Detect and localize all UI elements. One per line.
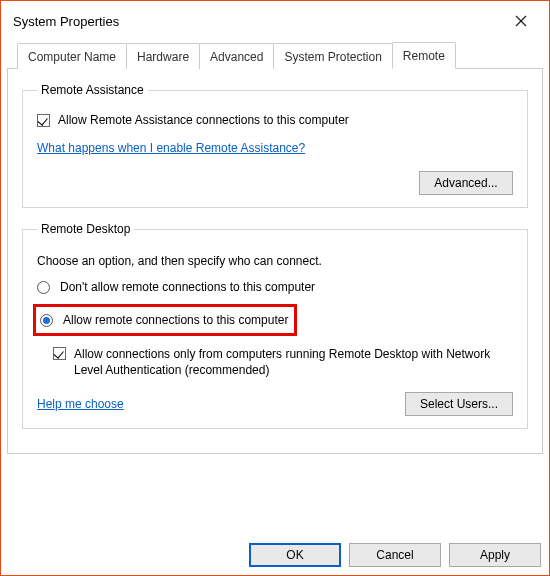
close-button[interactable] [501, 9, 541, 33]
remote-desktop-help-link[interactable]: Help me choose [37, 397, 124, 411]
allow-remote-assistance-label: Allow Remote Assistance connections to t… [58, 113, 349, 127]
nla-row[interactable]: Allow connections only from computers ru… [53, 346, 513, 378]
tab-remote[interactable]: Remote [392, 42, 456, 69]
select-users-button[interactable]: Select Users... [405, 392, 513, 416]
cancel-button[interactable]: Cancel [349, 543, 441, 567]
ok-button[interactable]: OK [249, 543, 341, 567]
tab-hardware[interactable]: Hardware [126, 43, 200, 69]
radio-allow[interactable] [40, 314, 53, 327]
allow-remote-assistance-checkbox[interactable] [37, 114, 50, 127]
radio-disallow-row[interactable]: Don't allow remote connections to this c… [37, 280, 513, 294]
nla-label: Allow connections only from computers ru… [74, 346, 513, 378]
radio-allow-highlight: Allow remote connections to this compute… [33, 304, 297, 336]
radio-disallow-label: Don't allow remote connections to this c… [60, 280, 315, 294]
radio-allow-label: Allow remote connections to this compute… [63, 313, 288, 327]
tab-advanced[interactable]: Advanced [199, 43, 274, 69]
tab-computer-name[interactable]: Computer Name [17, 43, 127, 69]
window-title: System Properties [13, 14, 119, 29]
remote-assistance-group: Remote Assistance Allow Remote Assistanc… [22, 83, 528, 208]
dialog-footer: OK Cancel Apply [249, 543, 541, 567]
title-bar: System Properties [1, 1, 549, 41]
remote-desktop-legend: Remote Desktop [37, 222, 134, 236]
remote-desktop-instruction: Choose an option, and then specify who c… [37, 254, 513, 268]
remote-desktop-group: Remote Desktop Choose an option, and the… [22, 222, 528, 429]
allow-remote-assistance-row[interactable]: Allow Remote Assistance connections to t… [37, 113, 513, 127]
tab-strip: Computer Name Hardware Advanced System P… [7, 41, 543, 69]
apply-button[interactable]: Apply [449, 543, 541, 567]
remote-assistance-legend: Remote Assistance [37, 83, 148, 97]
remote-assistance-advanced-button[interactable]: Advanced... [419, 171, 513, 195]
remote-assistance-help-link[interactable]: What happens when I enable Remote Assist… [37, 141, 305, 155]
radio-disallow[interactable] [37, 281, 50, 294]
nla-checkbox[interactable] [53, 347, 66, 360]
tab-content: Remote Assistance Allow Remote Assistanc… [7, 69, 543, 454]
tab-system-protection[interactable]: System Protection [273, 43, 392, 69]
close-icon [515, 15, 527, 27]
